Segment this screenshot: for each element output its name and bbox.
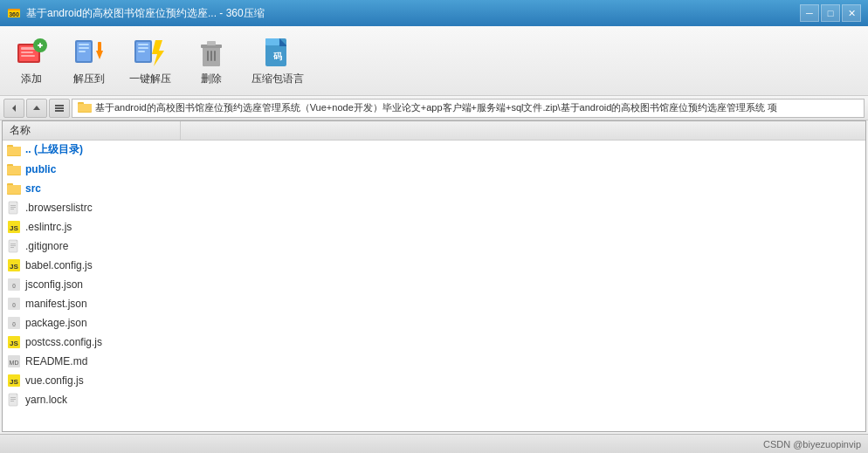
delete-button[interactable]: 删除 [187, 31, 236, 90]
maximize-button[interactable]: □ [821, 4, 840, 22]
watermark: CSDN @biyezuopinvip [763, 439, 861, 450]
json-icon: {} [6, 277, 22, 292]
nav-bar: 基于android的高校图书馆座位预约选座管理系统（Vue+node开发）毕业论… [0, 96, 868, 120]
svg-rect-14 [79, 47, 89, 49]
svg-rect-56 [10, 207, 16, 208]
js-icon: JS [6, 219, 22, 235]
compress-lang-button[interactable]: 码 压缩包语言 [245, 31, 311, 90]
svg-rect-38 [55, 105, 64, 106]
svg-rect-62 [10, 244, 16, 244]
list-item[interactable]: yarn.lock [3, 390, 865, 409]
extract-to-label: 解压到 [73, 72, 105, 86]
list-item[interactable]: JS vue.config.js [3, 371, 865, 390]
add-label: 添加 [21, 72, 42, 86]
list-item[interactable]: {} jsconfig.json [3, 275, 865, 294]
list-item[interactable]: JS .eslintrc.js [3, 217, 865, 237]
list-item[interactable]: {} package.json [3, 313, 865, 333]
file-name: .browserslistrc [25, 202, 93, 214]
folder-icon [6, 181, 22, 196]
file-name: README.md [25, 355, 87, 367]
svg-rect-28 [207, 51, 209, 61]
add-icon [14, 35, 49, 70]
delete-icon [194, 35, 229, 70]
nav-path[interactable]: 基于android的高校图书馆座位预约选座管理系统（Vue+node开发）毕业论… [72, 99, 865, 118]
svg-rect-7 [21, 55, 35, 57]
file-name: public [25, 163, 56, 175]
status-bar: CSDN @biyezuopinvip [0, 434, 868, 453]
file-name: .gitignore [25, 240, 68, 252]
delete-label: 删除 [201, 72, 222, 86]
config-icon [6, 200, 22, 216]
svg-text:{}: {} [12, 283, 16, 288]
svg-rect-27 [207, 41, 216, 45]
file-name: jsconfig.json [25, 278, 83, 291]
svg-rect-29 [210, 51, 212, 61]
app-icon: 360 [7, 6, 21, 20]
list-item[interactable]: JS postcss.config.js [3, 333, 865, 352]
json-icon: {} [6, 296, 22, 312]
extract-one-icon [133, 35, 168, 70]
file-name: vue.config.js [25, 374, 84, 387]
minimize-button[interactable]: ─ [800, 4, 819, 22]
extract-to-button[interactable]: 解压到 [65, 31, 114, 90]
svg-text:JS: JS [10, 340, 18, 347]
svg-rect-6 [21, 51, 33, 53]
up-icon [6, 142, 22, 158]
svg-rect-17 [98, 42, 101, 52]
main-container: 添加 解压到 [0, 26, 868, 453]
list-item[interactable]: .browserslistrc [3, 198, 865, 217]
list-item[interactable]: MD README.md [3, 352, 865, 371]
file-area: 名称 .. (上级目录) public src .browserslistrc … [2, 120, 866, 432]
js-icon: JS [6, 334, 22, 350]
svg-text:码: 码 [272, 51, 282, 61]
svg-rect-55 [10, 205, 16, 206]
compress-lang-label: 压缩包语言 [251, 72, 304, 86]
svg-marker-23 [152, 40, 164, 66]
name-column-header: 名称 [6, 121, 181, 140]
svg-rect-46 [7, 147, 21, 155]
svg-rect-82 [10, 399, 16, 400]
list-item[interactable]: JS babel.config.js [3, 256, 865, 275]
svg-rect-43 [78, 104, 92, 112]
svg-rect-39 [55, 107, 64, 109]
svg-rect-15 [79, 51, 86, 52]
add-button[interactable]: 添加 [7, 31, 56, 90]
json-icon: {} [6, 315, 22, 331]
list-item[interactable]: {} manifest.json [3, 294, 865, 313]
lock-icon [6, 392, 22, 408]
svg-rect-57 [10, 209, 14, 209]
list-item[interactable]: public [3, 160, 865, 179]
svg-rect-30 [214, 51, 216, 61]
svg-rect-20 [138, 44, 148, 45]
compress-lang-icon: 码 [260, 35, 295, 70]
svg-rect-63 [10, 245, 16, 246]
window-controls[interactable]: ─ □ ✕ [800, 4, 861, 22]
extract-one-label: 一键解压 [129, 72, 171, 86]
toolbar: 添加 解压到 [0, 26, 868, 96]
file-name: .. (上级目录) [25, 142, 83, 157]
column-header: 名称 [3, 121, 865, 141]
list-item[interactable]: .gitignore [3, 237, 865, 256]
file-name: .eslintrc.js [25, 221, 72, 233]
svg-rect-64 [10, 247, 14, 248]
svg-text:JS: JS [10, 224, 18, 232]
js-icon: JS [6, 257, 22, 273]
svg-rect-10 [39, 43, 41, 48]
svg-rect-40 [55, 110, 64, 112]
js-icon: JS [6, 373, 22, 388]
file-name: yarn.lock [25, 394, 67, 406]
svg-marker-37 [33, 106, 40, 110]
close-button[interactable]: ✕ [842, 4, 861, 22]
git-icon [6, 238, 22, 254]
up-button[interactable] [26, 99, 47, 118]
extract-to-icon [72, 35, 107, 70]
file-name: babel.config.js [25, 259, 93, 271]
extract-one-button[interactable]: 一键解压 [122, 31, 178, 90]
back-button[interactable] [3, 99, 24, 118]
svg-rect-13 [79, 44, 89, 45]
list-item[interactable]: src [3, 179, 865, 198]
list-view-button[interactable] [49, 99, 70, 118]
list-item[interactable]: .. (上级目录) [3, 141, 865, 160]
svg-text:MD: MD [10, 360, 19, 366]
svg-marker-36 [12, 105, 16, 112]
